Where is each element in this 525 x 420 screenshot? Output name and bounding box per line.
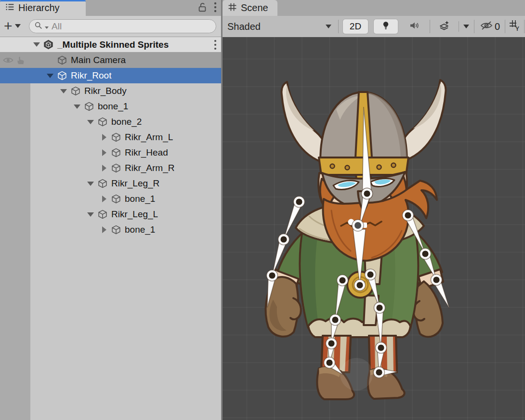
hierarchy-row-bone-1-10[interactable]: bone_1 <box>0 191 221 207</box>
hierarchy-row-rikr-root-2[interactable]: Rikr_Root <box>0 68 221 83</box>
hierarchy-list-icon <box>5 2 15 14</box>
tab-title: Hierarchy <box>18 2 60 13</box>
gameobject-icon <box>110 224 122 236</box>
2d-label: 2D <box>350 21 361 32</box>
root-bone-dot <box>354 222 361 229</box>
row-label: Rikr_Head <box>125 147 168 158</box>
bone-joint-dot <box>269 272 275 278</box>
hierarchy-row-rikr-arm-r-8[interactable]: Rikr_Arm_R <box>0 160 221 176</box>
kebab-icon[interactable] <box>213 39 217 53</box>
chevron-down-icon <box>463 25 469 28</box>
bone-joint-dot <box>367 271 373 277</box>
bone-joint-dot <box>376 304 382 311</box>
visibility-eye-icon[interactable] <box>2 55 14 68</box>
expander-icon[interactable] <box>71 105 83 109</box>
expander-icon[interactable] <box>98 149 110 156</box>
expander-icon[interactable] <box>98 226 110 233</box>
2d-toggle-button[interactable]: 2D <box>343 19 368 34</box>
row-label: _Multiple Skinned Sprites <box>57 39 169 50</box>
expander-icon[interactable] <box>58 89 69 93</box>
hidden-objects-button[interactable]: 0 <box>476 19 503 34</box>
grid-axis-label: Y <box>515 26 519 32</box>
grid-icon <box>227 2 237 14</box>
bone-joint-dot <box>328 340 334 346</box>
hierarchy-row-main-camera-1[interactable]: Main Camera <box>0 52 221 68</box>
row-label: bone_1 <box>125 224 155 235</box>
hierarchy-row-rikr-head-7[interactable]: Rikr_Head <box>0 145 221 160</box>
toolbar-separator <box>474 20 474 33</box>
gameobject-icon <box>110 162 122 174</box>
bone-joint-dot <box>364 190 370 197</box>
bone-head <box>363 107 372 194</box>
bone-joint-dot <box>280 236 287 242</box>
toolbar-separator <box>338 20 339 33</box>
bone-joint-dot <box>376 369 382 375</box>
light-bulb-icon <box>381 20 391 33</box>
toolbar-separator <box>505 20 505 33</box>
expander-icon[interactable] <box>98 165 110 171</box>
hierarchy-row-bone-1-4[interactable]: bone_1 <box>0 99 221 114</box>
chevron-down-icon <box>326 25 331 28</box>
gameobject-icon <box>69 85 81 97</box>
row-label: bone_1 <box>98 101 128 112</box>
bone-joint-dot <box>356 282 363 288</box>
gameobject-icon <box>96 116 108 128</box>
audio-toggle-button[interactable] <box>403 19 426 34</box>
unity-editor-window: Hierarchy + <box>0 0 525 420</box>
lock-icon[interactable] <box>197 1 208 15</box>
kebab-icon[interactable] <box>213 1 217 15</box>
expander-icon[interactable] <box>85 120 96 124</box>
row-label: bone_2 <box>111 117 142 127</box>
gameobject-icon <box>110 193 122 205</box>
hierarchy-tabbar: Hierarchy <box>0 0 221 16</box>
ground-gizmo-circle <box>340 358 373 391</box>
expander-icon[interactable] <box>85 182 96 186</box>
hierarchy-row-bone-2-5[interactable]: bone_2 <box>0 114 221 130</box>
row-label: Rikr_Body <box>84 86 127 96</box>
scene-tabbar: Scene <box>223 0 525 16</box>
expander-icon[interactable] <box>44 74 56 78</box>
hierarchy-row-rikr-arm-l-6[interactable]: Rikr_Arm_L <box>0 130 221 145</box>
search-input[interactable] <box>51 21 211 32</box>
hierarchy-tree: _Multiple Skinned SpritesMain CameraRikr… <box>0 37 221 420</box>
effects-layers-icon <box>438 19 451 34</box>
create-object-button[interactable]: + <box>4 18 26 34</box>
expander-icon[interactable] <box>98 134 110 141</box>
gameobject-icon <box>110 147 122 158</box>
picking-hand-icon[interactable] <box>15 55 26 68</box>
chevron-down-icon <box>15 24 21 28</box>
bone-joint-dot <box>422 250 428 257</box>
hierarchy-row-bone-1-12[interactable]: bone_1 <box>0 222 221 237</box>
expander-icon[interactable] <box>98 196 110 202</box>
draw-mode-dropdown[interactable]: Shaded <box>223 16 338 37</box>
toolbar-separator <box>524 20 525 33</box>
bone-joint-dot <box>326 359 332 366</box>
row-label: Rikr_Arm_L <box>125 132 173 143</box>
effects-toggle-button[interactable] <box>433 19 456 34</box>
gameobject-icon <box>110 131 122 143</box>
effects-dropdown-button[interactable] <box>460 19 472 34</box>
expander-icon[interactable] <box>31 42 42 47</box>
hierarchy-search[interactable] <box>29 19 216 33</box>
gameobject-icon <box>56 70 68 81</box>
grid-visibility-button[interactable]: Y <box>507 19 523 34</box>
hierarchy-row-rikr-body-3[interactable]: Rikr_Body <box>0 83 221 99</box>
unity-scene-icon <box>42 39 54 51</box>
lighting-toggle-button[interactable] <box>374 19 398 34</box>
bone-joint-dot <box>378 344 384 351</box>
scene-toolbar: Shaded 2D <box>223 16 525 37</box>
hierarchy-row-rikr-leg-r-9[interactable]: Rikr_Leg_R <box>0 176 221 191</box>
draw-mode-label: Shaded <box>227 21 326 32</box>
hierarchy-row--multiple-skinned-sprites-0[interactable]: _Multiple Skinned Sprites <box>0 37 221 52</box>
plus-icon: + <box>4 19 13 33</box>
tab-scene[interactable]: Scene <box>223 0 277 16</box>
row-label: Rikr_Leg_L <box>111 209 158 220</box>
gameobject-icon <box>83 101 95 112</box>
tab-hierarchy[interactable]: Hierarchy <box>0 0 86 16</box>
gameobject-icon <box>96 209 108 220</box>
scene-viewport[interactable] <box>223 37 525 420</box>
hierarchy-row-rikr-leg-l-11[interactable]: Rikr_Leg_L <box>0 207 221 222</box>
bone-joint-dot <box>433 276 439 283</box>
expander-icon[interactable] <box>85 212 96 217</box>
row-label: Rikr_Root <box>71 70 111 81</box>
